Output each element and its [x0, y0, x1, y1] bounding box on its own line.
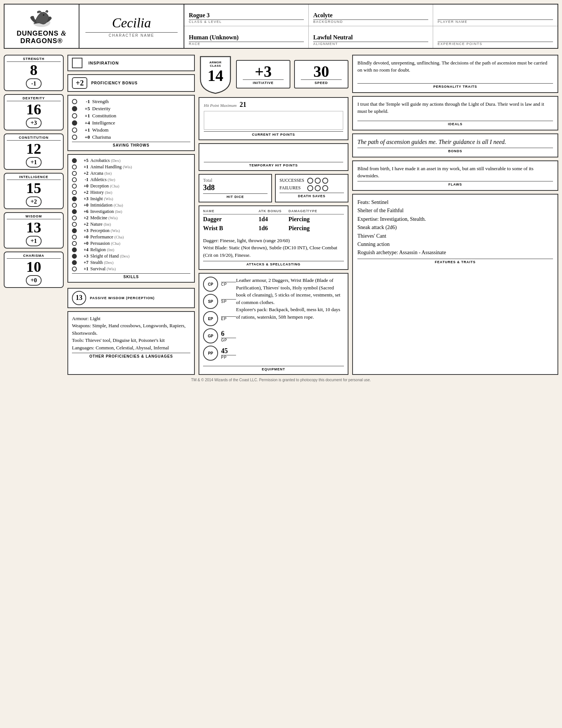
- skill-value: +6: [79, 209, 88, 214]
- attack-damage: Piercing: [288, 225, 344, 232]
- coin-label: GP: [221, 338, 236, 342]
- coin-row: PP 45 PP: [203, 346, 233, 361]
- skill-circle[interactable]: [72, 165, 77, 169]
- save-name: Strength: [92, 99, 109, 105]
- skill-circle[interactable]: [72, 177, 77, 182]
- skill-circle[interactable]: [72, 171, 77, 176]
- coin-value: 6: [221, 330, 236, 338]
- proficiency-label: PROFICIENCY BONUS: [91, 81, 138, 85]
- save-circle[interactable]: [72, 120, 77, 126]
- skill-name: Investigation (Int): [90, 209, 122, 214]
- skill-circle[interactable]: [72, 158, 77, 163]
- bonds-text: The path of ascension guides me. Their g…: [357, 138, 553, 146]
- skill-row: -1 Athletics (Str): [72, 177, 190, 183]
- character-name-section: Cecilia CHARACTER NAME: [79, 4, 184, 48]
- skill-circle[interactable]: [72, 235, 77, 240]
- armor-class-value: 14: [208, 68, 223, 84]
- skill-circle[interactable]: [72, 267, 77, 271]
- save-circle[interactable]: [72, 99, 77, 104]
- save-circle[interactable]: [72, 113, 77, 118]
- skill-circle[interactable]: [72, 196, 77, 201]
- failure-circle-2[interactable]: [315, 185, 321, 191]
- success-circle-1[interactable]: [307, 178, 313, 184]
- coin-row: GP 6 GP: [203, 328, 233, 343]
- intelligence-box: INTELLIGENCE 15 +2: [4, 173, 64, 209]
- header: DUNGEONS &DRAGONS® Cecilia CHARACTER NAM…: [4, 4, 558, 49]
- skill-circle[interactable]: [72, 241, 77, 246]
- skill-name: Religion (Int): [90, 247, 114, 253]
- other-profs-label: OTHER PROFICIENCIES & LANGUAGES: [72, 353, 190, 358]
- skill-name: Arcana (Int): [90, 171, 112, 176]
- attacks-description: Dagger: Finesse, light, thrown (range 20…: [203, 237, 344, 259]
- saving-throws-title: SAVING THROWS: [72, 142, 190, 147]
- skill-circle[interactable]: [72, 260, 77, 265]
- skill-circle[interactable]: [72, 209, 77, 214]
- coin-content: EP: [221, 316, 236, 321]
- skill-value: +2: [79, 222, 88, 227]
- skill-name: Acrobatics (Dex): [90, 158, 121, 163]
- armor-class-content: ARMORCLASS 14: [208, 61, 223, 84]
- skill-circle[interactable]: [72, 216, 77, 220]
- footer: TM & © 2014 Wizards of the Coast LLC. Pe…: [4, 378, 558, 382]
- equipment-content: CP CP SP SP EP EP GP 6 GP PP: [203, 277, 344, 364]
- passive-wisdom-label: PASSIVE WISDOM (PERCEPTION): [90, 296, 155, 300]
- skill-row: +0 Performance (Cha): [72, 234, 190, 240]
- strength-box: STRENGTH 8 -1: [4, 55, 64, 91]
- skill-row: +2 Nature (Int): [72, 222, 190, 227]
- save-name: Constitution: [92, 113, 116, 119]
- skill-circle[interactable]: [72, 222, 77, 227]
- intelligence-label: INTELLIGENCE: [7, 175, 61, 180]
- skill-value: +2: [79, 215, 88, 221]
- skill-circle[interactable]: [72, 247, 77, 252]
- skill-circle[interactable]: [72, 254, 77, 259]
- failure-circle-1[interactable]: [307, 185, 313, 191]
- save-value: +1: [79, 127, 90, 133]
- saving-throw-row: +5 Dexterity: [72, 106, 190, 112]
- attack-name: Dagger: [203, 216, 259, 223]
- skill-circle[interactable]: [72, 190, 77, 195]
- coin-content: CP: [221, 282, 236, 286]
- failures-row: FAILURES: [280, 185, 344, 191]
- equipment-box: CP CP SP SP EP EP GP 6 GP PP: [199, 273, 348, 375]
- skill-name: Performance (Cha): [90, 234, 124, 240]
- failure-circle-3[interactable]: [322, 185, 328, 191]
- save-circle[interactable]: [72, 106, 77, 111]
- wisdom-label: WISDOM: [7, 214, 61, 219]
- skill-value: +0: [79, 183, 88, 189]
- save-circle[interactable]: [72, 127, 77, 133]
- equipment-coins: CP CP SP SP EP EP GP 6 GP PP: [203, 277, 233, 361]
- hit-dice-saves-row: Total 3d8 HIT DICE SUCCESSES FAILURES: [199, 174, 348, 202]
- personality-box: Blindly devoted, unrepenting, unflinchin…: [352, 55, 558, 93]
- speed-label: SPEED: [301, 79, 342, 85]
- skill-circle[interactable]: [72, 203, 77, 208]
- skill-row: +2 History (Int): [72, 190, 190, 195]
- skill-circle[interactable]: [72, 184, 77, 189]
- skill-name: Survival (Wis): [90, 266, 116, 272]
- main-content: STRENGTH 8 -1 DEXTERITY 16 +3 CONSTITUTI…: [4, 55, 558, 375]
- skills-list: +5 Acrobatics (Dex) +1 Animal Handling (…: [72, 158, 190, 272]
- skill-value: +0: [79, 234, 88, 240]
- coin-row: CP CP: [203, 277, 233, 292]
- coin-content: 6 GP: [221, 330, 236, 342]
- skill-row: +2 Arcana (Int): [72, 171, 190, 176]
- skill-name: Perception (Wis): [90, 228, 120, 234]
- coin-value: 45: [221, 347, 236, 355]
- exp-points-label: EXPERIENCE POINTS: [438, 42, 553, 46]
- temp-hp-area[interactable]: [204, 147, 343, 162]
- other-proficiencies-box: Armour: Light Weapons: Simple, Hand cros…: [67, 311, 195, 375]
- inspiration-checkbox[interactable]: [72, 58, 82, 68]
- success-circle-2[interactable]: [315, 178, 321, 184]
- race-value: Human (Unknown): [189, 34, 304, 41]
- current-hp-area[interactable]: [204, 111, 343, 130]
- constitution-label: CONSTITUTION: [7, 136, 61, 141]
- save-circle[interactable]: [72, 135, 77, 140]
- fourth-column: Blindly devoted, unrepenting, unflinchin…: [352, 55, 558, 375]
- success-circle-3[interactable]: [322, 178, 328, 184]
- attack-row: Wrist B 1d6 Piercing: [203, 225, 344, 232]
- coin-label: CP: [221, 282, 236, 286]
- attacks-header-name: NAME: [203, 209, 259, 213]
- skill-circle[interactable]: [72, 228, 77, 233]
- features-text: Feats: Sentinel Shelter of the Faithful …: [357, 198, 553, 257]
- hit-dice-value: 3d8: [203, 183, 268, 192]
- wisdom-score: 13: [26, 220, 41, 235]
